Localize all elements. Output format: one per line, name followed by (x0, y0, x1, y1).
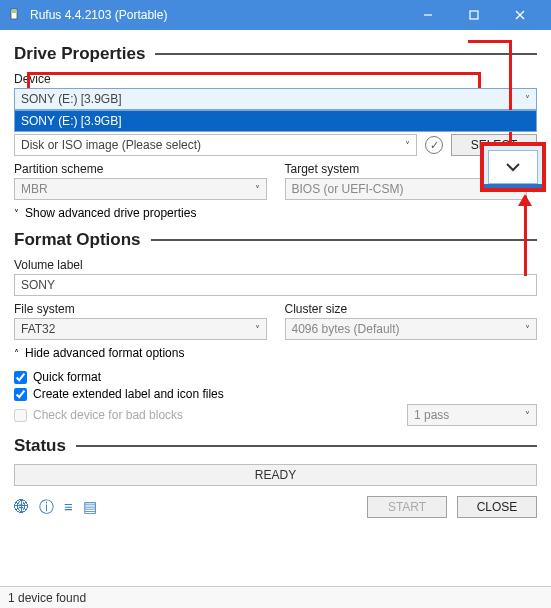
chevron-up-icon: ˄ (14, 348, 19, 359)
partition-scheme-label: Partition scheme (14, 162, 267, 176)
titlebar: Rufus 4.4.2103 (Portable) (0, 0, 551, 30)
boot-selection-value: Disk or ISO image (Please select) (21, 138, 201, 152)
file-system-dropdown[interactable]: FAT32 ˅ (14, 318, 267, 340)
status-heading: Status (14, 436, 537, 456)
device-selected: SONY (E:) [3.9GB] (21, 92, 121, 106)
format-options-heading: Format Options (14, 230, 537, 250)
quick-format-checkbox-row: Quick format (14, 370, 537, 384)
chevron-down-icon: ˅ (525, 410, 530, 421)
file-system-label: File system (14, 302, 267, 316)
extended-label-checkbox[interactable] (14, 388, 27, 401)
annotation-arrow (524, 196, 527, 276)
bad-blocks-checkbox (14, 409, 27, 422)
settings-icon[interactable]: ≡ (64, 498, 73, 517)
volume-label-label: Volume label (14, 258, 537, 272)
chevron-down-icon: ˅ (405, 140, 410, 151)
status-bar: 1 device found (0, 586, 551, 608)
globe-icon[interactable]: 🌐︎ (14, 498, 29, 517)
annotation-zoom-callout (480, 142, 546, 192)
rufus-app-icon (8, 7, 24, 23)
volume-label-input[interactable] (14, 274, 537, 296)
device-dropdown[interactable]: SONY (E:) [3.9GB] ˅ (14, 88, 537, 110)
chevron-down-icon (504, 161, 522, 173)
chevron-down-icon: ˅ (255, 184, 260, 195)
close-button[interactable] (497, 0, 543, 30)
chevron-down-icon: ˅ (14, 208, 19, 219)
show-advanced-drive-toggle[interactable]: ˅ Show advanced drive properties (14, 206, 537, 220)
chevron-down-icon: ˅ (525, 94, 530, 105)
start-button[interactable]: START (367, 496, 447, 518)
device-count: 1 device found (8, 591, 86, 605)
verify-iso-icon[interactable]: ✓ (425, 136, 443, 154)
drive-properties-heading: Drive Properties (14, 44, 537, 64)
bad-blocks-passes-dropdown: 1 pass ˅ (407, 404, 537, 426)
svg-rect-1 (12, 10, 16, 13)
chevron-down-icon: ˅ (525, 324, 530, 335)
hide-advanced-format-toggle[interactable]: ˄ Hide advanced format options (14, 346, 537, 360)
chevron-down-icon: ˅ (255, 324, 260, 335)
cluster-size-label: Cluster size (285, 302, 538, 316)
minimize-button[interactable] (405, 0, 451, 30)
partition-scheme-dropdown[interactable]: MBR ˅ (14, 178, 267, 200)
device-label: Device (14, 72, 537, 86)
info-icon[interactable]: ⓘ (39, 498, 54, 517)
bad-blocks-row: Check device for bad blocks 1 pass ˅ (14, 404, 537, 426)
boot-selection-dropdown[interactable]: Disk or ISO image (Please select) ˅ (14, 134, 417, 156)
device-option[interactable]: SONY (E:) [3.9GB] (15, 111, 536, 131)
svg-rect-3 (470, 11, 478, 19)
close-button-main[interactable]: CLOSE (457, 496, 537, 518)
window-title: Rufus 4.4.2103 (Portable) (30, 8, 167, 22)
status-readout: READY (14, 464, 537, 486)
log-icon[interactable]: ▤ (83, 498, 97, 517)
maximize-button[interactable] (451, 0, 497, 30)
device-dropdown-list: SONY (E:) [3.9GB] (14, 110, 537, 132)
extended-label-checkbox-row: Create extended label and icon files (14, 387, 537, 401)
quick-format-checkbox[interactable] (14, 371, 27, 384)
cluster-size-dropdown[interactable]: 4096 bytes (Default) ˅ (285, 318, 538, 340)
